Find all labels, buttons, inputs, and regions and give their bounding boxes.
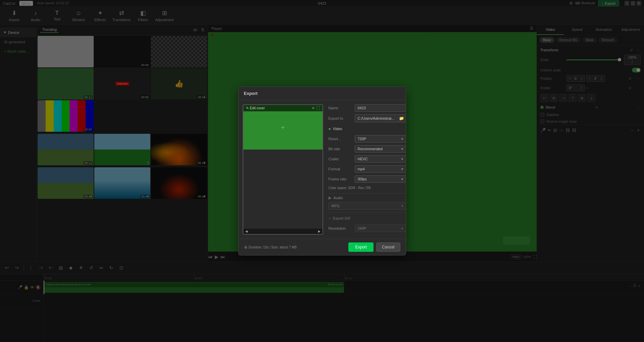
framerate-arrow-icon: ▼ — [401, 177, 404, 181]
audio-sub-row: MPG ▼ — [329, 202, 406, 210]
video-checkbox-icon: ● — [329, 126, 331, 131]
codec-label: Codec — [329, 157, 352, 161]
bitrate-dropdown[interactable]: Recommended ▼ — [355, 145, 406, 153]
bitrate-label: Bit rate — [329, 147, 352, 151]
gif-checkbox-icon: ○ — [329, 216, 331, 221]
audio-toggle-icon: ▶ — [329, 195, 332, 200]
codec-dropdown[interactable]: HEVC ▼ — [355, 155, 406, 163]
export-dialog: Export ✎ Edit cover ✕ ⛶ ＋ — [238, 87, 406, 255]
gif-section-toggle: ○ Export GIF — [329, 215, 406, 222]
bitrate-arrow-icon: ▼ — [401, 147, 404, 151]
export-button[interactable]: Export — [348, 242, 374, 252]
name-input[interactable] — [355, 104, 406, 112]
cover-preview-header: ✎ Edit cover ✕ ⛶ — [243, 105, 323, 111]
resolution-row: Resol... 720P ▼ — [329, 135, 406, 142]
cover-plus-icon: ＋ — [280, 123, 286, 132]
folder-icon[interactable]: 📁 — [399, 116, 404, 121]
codec-arrow-icon: ▼ — [401, 157, 404, 161]
info-icon: 🖥 — [244, 245, 247, 249]
cover-close-btn[interactable]: ✕ — [312, 106, 314, 110]
cover-preview-box: ✎ Edit cover ✕ ⛶ ＋ ◀ ▶ — [243, 104, 323, 235]
colorspace-row: Color space: SDR - Rec.709 — [329, 185, 406, 190]
framerate-label: Frame rate — [329, 177, 352, 181]
gif-section-label: Export GIF — [333, 216, 351, 220]
gif-resolution-arrow-icon: ▼ — [401, 227, 404, 230]
cancel-button[interactable]: Cancel — [376, 242, 400, 252]
format-label: Format — [329, 167, 352, 171]
colorspace-text: Color space: SDR - Rec.709 — [329, 185, 371, 190]
footer-buttons: Export Cancel — [348, 242, 400, 252]
name-row: Name — [329, 104, 406, 112]
cover-footer-right-btn[interactable]: ▶ — [318, 230, 320, 233]
resolution-arrow-icon: ▼ — [401, 137, 404, 141]
format-dropdown[interactable]: mp4 ▼ — [355, 165, 406, 173]
format-row: Format mp4 ▼ — [329, 165, 406, 173]
gif-resolution-dropdown[interactable]: 240P ▼ — [355, 225, 406, 232]
bitrate-row: Bit rate Recommended ▼ — [329, 145, 406, 153]
resolution-label: Resol... — [329, 137, 352, 141]
audio-codec-arrow-icon: ▼ — [401, 204, 404, 208]
video-section-label: Video — [333, 127, 342, 131]
format-arrow-icon: ▼ — [401, 167, 404, 171]
dialog-body: ✎ Edit cover ✕ ⛶ ＋ ◀ ▶ — [239, 100, 406, 239]
gif-resolution-label: Resolution — [329, 226, 352, 230]
cover-expand-btn[interactable]: ⛶ — [316, 106, 320, 110]
export-to-row: Export to C:/Users/Administrat... 📁 — [329, 114, 406, 122]
name-label: Name — [329, 106, 352, 110]
edit-cover-icon: ✎ — [246, 106, 249, 110]
audio-toggle[interactable]: ▶ Audio — [329, 195, 406, 200]
footer-info: 🖥 Duration: 10s | Size: about 7 MB — [244, 245, 297, 249]
audio-section: ▶ Audio MPG ▼ — [329, 193, 406, 210]
cover-footer: ◀ ▶ — [243, 229, 323, 234]
audio-label: Audio — [334, 196, 343, 200]
export-path-display[interactable]: C:/Users/Administrat... 📁 — [355, 114, 406, 122]
cover-image: ＋ — [243, 105, 323, 150]
dialog-title: Export — [244, 91, 258, 96]
dialog-overlay: Export ✎ Edit cover ✕ ⛶ ＋ — [0, 0, 644, 342]
cover-footer-left-btn[interactable]: ◀ — [245, 230, 248, 233]
codec-row: Codec HEVC ▼ — [329, 155, 406, 163]
gif-section: ○ Export GIF Resolution 240P ▼ — [329, 212, 406, 232]
framerate-dropdown[interactable]: 30fps ▼ — [355, 175, 406, 183]
dialog-header: Export — [239, 87, 406, 100]
dialog-footer: 🖥 Duration: 10s | Size: about 7 MB Expor… — [239, 239, 406, 255]
resolution-dropdown[interactable]: 720P ▼ — [355, 135, 406, 142]
audio-codec-dropdown[interactable]: MPG ▼ — [329, 202, 406, 210]
cover-preview-label: ✎ Edit cover — [246, 106, 265, 110]
framerate-row: Frame rate 30fps ▼ — [329, 175, 406, 183]
video-section-toggle: ● Video — [329, 125, 406, 132]
gif-resolution-row: Resolution 240P ▼ — [329, 225, 406, 232]
export-settings: Name Export to C:/Users/Administrat... 📁… — [329, 104, 406, 235]
export-to-label: Export to — [329, 116, 352, 120]
